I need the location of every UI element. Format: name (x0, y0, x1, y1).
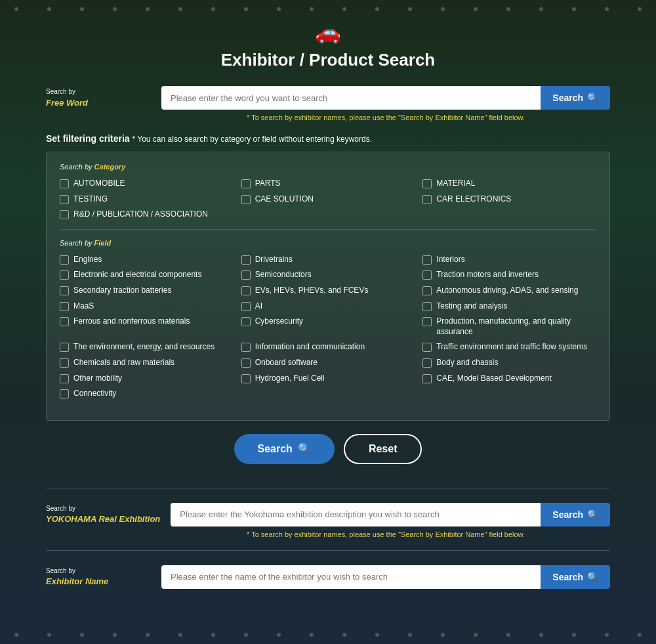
yokohama-search-label: Search (552, 509, 583, 520)
checkbox-secondary-traction[interactable] (60, 286, 69, 295)
free-word-search-bar: Search 🔍 (161, 86, 610, 110)
field-body[interactable]: Body and chassis (422, 358, 596, 368)
field-cybersecurity[interactable]: Cybersecurity (241, 316, 415, 337)
exhibitor-search-button[interactable]: Search 🔍 (541, 565, 610, 589)
checkbox-traffic[interactable] (422, 343, 432, 352)
checkbox-rd-publication[interactable] (60, 210, 69, 219)
checkbox-autonomous[interactable] (422, 286, 432, 295)
field-onboard[interactable]: Onboard software (241, 358, 415, 368)
yokohama-input[interactable] (171, 503, 541, 526)
field-cae-model[interactable]: CAE, Model Based Development (422, 374, 596, 384)
free-word-input[interactable] (161, 86, 541, 110)
field-hydrogen[interactable]: Hydrogen, Fuel Cell (241, 374, 415, 384)
field-environment[interactable]: The environment, energy, and resources (60, 342, 234, 353)
checkbox-maas[interactable] (60, 302, 69, 311)
checkbox-information[interactable] (241, 343, 251, 352)
field-connectivity[interactable]: Connectivity (60, 389, 234, 399)
checkbox-production[interactable] (422, 317, 432, 326)
checkbox-chemicals[interactable] (60, 358, 69, 368)
category-parts[interactable]: PARTS (241, 179, 415, 189)
field-electronic[interactable]: Electronic and electrical components (60, 270, 234, 280)
checkbox-car-electronics[interactable] (422, 195, 432, 204)
field-semiconductors[interactable]: Semiconductors (241, 270, 415, 280)
checkbox-cae-model[interactable] (422, 374, 432, 383)
category-testing[interactable]: TESTING (60, 194, 234, 205)
field-maas[interactable]: MaaS (60, 301, 234, 312)
logo-area: 🚗 (46, 20, 610, 45)
main-search-label: Search (258, 443, 293, 455)
checkbox-drivetrains[interactable] (241, 255, 251, 265)
category-rd-publication[interactable]: R&D / PUBLICATION / ASSOCIATION (60, 209, 234, 220)
field-secondary-traction[interactable]: Secondary traction batteries (60, 286, 234, 296)
field-information[interactable]: Information and communication (241, 342, 415, 353)
yokohama-warning: * To search by exhibitor names, please u… (161, 530, 610, 538)
checkbox-material[interactable] (422, 179, 432, 188)
exhibitor-label: Search by Exhibitor Name (46, 566, 151, 588)
checkbox-cae-solution[interactable] (241, 195, 251, 204)
yokohama-search-button[interactable]: Search 🔍 (541, 503, 610, 526)
free-word-warning: * To search by exhibitor names, please u… (161, 114, 610, 121)
checkbox-testing[interactable] (60, 195, 69, 204)
checkbox-other-mobility[interactable] (60, 374, 69, 383)
field-traction-motors[interactable]: Traction motors and inverters (422, 270, 596, 280)
field-ferrous[interactable]: Ferrous and nonferrous materials (60, 316, 234, 337)
checkbox-engines[interactable] (60, 255, 69, 265)
field-interiors[interactable]: Interiors (422, 255, 596, 265)
checkbox-testing-analysis[interactable] (422, 302, 432, 311)
category-cae-solution[interactable]: CAE SOLUTION (241, 194, 415, 205)
category-automobile[interactable]: AUTOMOBILE (60, 179, 234, 189)
free-word-search-label: Search (552, 93, 583, 103)
exhibitor-section: Search by Exhibitor Name Search 🔍 (46, 565, 610, 589)
checkbox-hydrogen[interactable] (241, 374, 251, 383)
field-testing-analysis[interactable]: Testing and analysis (422, 301, 596, 312)
reset-button[interactable]: Reset (344, 434, 422, 464)
checkbox-automobile[interactable] (60, 179, 69, 188)
field-production[interactable]: Production, manufacturing, and quality a… (422, 316, 596, 337)
section-divider-2 (46, 550, 610, 551)
exhibitor-name-input[interactable] (161, 565, 541, 589)
checkbox-ai[interactable] (241, 302, 251, 311)
field-evs[interactable]: EVs, HEVs, PHEVs, and FCEVs (241, 286, 415, 296)
main-container: 🚗 Exhibitor / Product Search Search by F… (33, 0, 623, 632)
field-drivetrains[interactable]: Drivetrains (241, 255, 415, 265)
main-search-button[interactable]: Search 🔍 (234, 434, 335, 464)
field-sub-label: Search by Field (60, 239, 596, 247)
category-material[interactable]: MATERIAL (422, 179, 596, 189)
main-search-icon: 🔍 (298, 442, 311, 455)
checkbox-traction-motors[interactable] (422, 270, 432, 280)
yokohama-search-icon: 🔍 (587, 509, 598, 520)
field-traffic[interactable]: Traffic environment and traffic flow sys… (422, 342, 596, 353)
checkbox-electronic[interactable] (60, 270, 69, 280)
checkbox-environment[interactable] (60, 343, 69, 352)
wave-decoration-top (0, 0, 656, 18)
field-engines[interactable]: Engines (60, 255, 234, 265)
page-title: Exhibitor / Product Search (46, 50, 610, 70)
exhibitor-search-bar: Search 🔍 (161, 565, 610, 589)
yokohama-search-bar: Search 🔍 (171, 503, 610, 526)
checkbox-cybersecurity[interactable] (241, 317, 251, 326)
category-grid: AUTOMOBILE PARTS MATERIAL TESTING CAE SO… (60, 179, 596, 220)
field-grid: Engines Drivetrains Interiors Electronic… (60, 255, 596, 399)
checkbox-onboard[interactable] (241, 358, 251, 368)
free-word-section: Search by Free Word Search 🔍 (46, 86, 610, 110)
checkbox-semiconductors[interactable] (241, 270, 251, 280)
search-icon: 🔍 (587, 93, 598, 103)
exhibitor-search-icon: 🔍 (587, 572, 598, 582)
yokohama-section: Search by YOKOHAMA Real Exhibition Searc… (46, 503, 610, 526)
action-buttons: Search 🔍 Reset (46, 434, 610, 464)
reset-label: Reset (369, 443, 398, 454)
field-autonomous[interactable]: Autonomous driving, ADAS, and sensing (422, 286, 596, 296)
checkbox-body[interactable] (422, 358, 432, 368)
checkbox-interiors[interactable] (422, 255, 432, 265)
field-ai[interactable]: AI (241, 301, 415, 312)
section-divider-1 (46, 488, 610, 488)
free-word-search-button[interactable]: Search 🔍 (541, 86, 610, 110)
checkbox-evs[interactable] (241, 286, 251, 295)
field-other-mobility[interactable]: Other mobility (60, 374, 234, 384)
category-car-electronics[interactable]: CAR ELECTRONICS (422, 194, 596, 205)
field-chemicals[interactable]: Chemicals and raw materials (60, 358, 234, 368)
free-word-label: Search by Free Word (46, 87, 151, 109)
checkbox-ferrous[interactable] (60, 317, 69, 326)
checkbox-connectivity[interactable] (60, 389, 69, 398)
checkbox-parts[interactable] (241, 179, 251, 188)
